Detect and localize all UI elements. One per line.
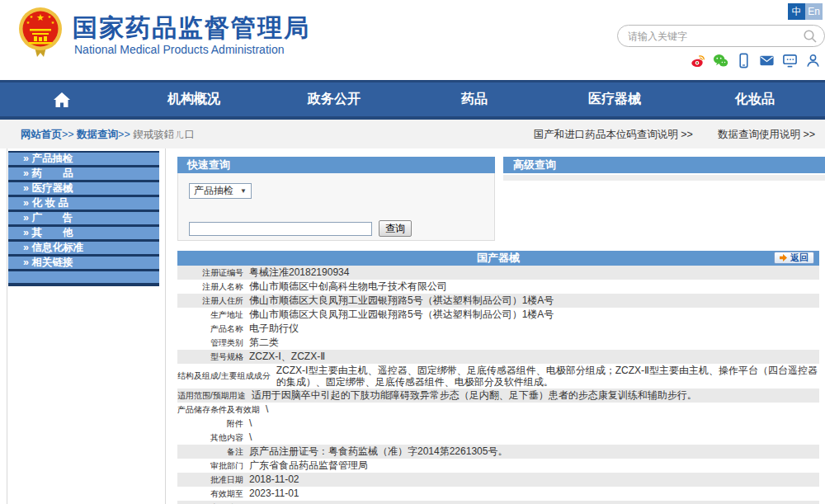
breadcrumb-current: 鍥戒骇鍣ㄦ口: [133, 129, 195, 140]
weibo-icon[interactable]: [690, 53, 705, 68]
detail-table-title: 国产器械: [477, 251, 520, 266]
table-row: 附件\: [177, 417, 819, 431]
table-row: 管理类别第二类: [177, 336, 819, 350]
main-nav: 机构概况 政务公开 药品 医疗器械 化妆品: [0, 80, 825, 120]
table-row: 产品名称电子助行仪: [177, 322, 819, 336]
table-row: 其他内容\: [177, 431, 819, 445]
nav-item-drugs[interactable]: 药品: [404, 91, 544, 108]
search-icon[interactable]: [803, 29, 818, 44]
quick-query-title: 快速查询: [177, 157, 495, 173]
sidebar-item-other[interactable]: » 其 他: [8, 227, 159, 242]
home-icon: [54, 92, 70, 107]
table-row: 适用范围/预期用途适用于因脑卒中引起的下肢功能障碍致异常步态（足内翻、足下垂）患…: [177, 389, 819, 403]
site-title: 国家药品监督管理局: [73, 12, 310, 45]
breadcrumb-separator: >>: [62, 129, 74, 140]
data-query-help-link[interactable]: 数据查询使用说明 >>: [718, 128, 815, 142]
table-row: 有效期至2023-11-01: [177, 487, 819, 501]
nav-item-gov-affairs[interactable]: 政务公开: [264, 91, 404, 108]
svg-text:★: ★: [26, 20, 31, 25]
barcode-query-help-link[interactable]: 国产和进口药品本位码查询说明 >>: [534, 128, 693, 142]
nav-item-institution[interactable]: 机构概况: [124, 91, 264, 108]
sidebar-item-cosmetics[interactable]: » 化 妆 品: [8, 197, 159, 212]
table-row: 注册人住所佛山市顺德区大良凤翔工业园银翔路5号（祺达塑料制品公司）1楼A号: [177, 294, 819, 308]
svg-text:★: ★: [36, 12, 45, 22]
table-row: 变更情况: [177, 501, 819, 504]
user-icon[interactable]: [805, 53, 821, 68]
arrow-right-icon: [780, 254, 787, 261]
social-links: [690, 53, 821, 68]
chevron-down-icon: ▼: [240, 187, 247, 195]
nav-home[interactable]: [0, 92, 124, 107]
lang-en-button[interactable]: En: [805, 3, 823, 20]
breadcrumb: 网站首页>> 数据查询>> 鍥戒骇鍣ㄦ口: [21, 128, 195, 142]
content-area: » 产品抽检 » 药 品 » 医疗器械 » 化 妆 品 » 广 告 » 其 他 …: [0, 148, 825, 504]
advanced-query-strip: [503, 175, 825, 181]
quick-query-body: 产品抽检 ▼ 查询: [177, 173, 495, 241]
quick-query-search-button[interactable]: 查询: [379, 220, 412, 237]
breadcrumb-separator: >>: [118, 129, 130, 140]
advanced-query-title: 高级查询: [503, 157, 825, 173]
mail-icon[interactable]: [759, 53, 775, 68]
sidebar-item-medical-devices[interactable]: » 医疗器械: [8, 182, 159, 197]
message-icon[interactable]: [782, 53, 798, 68]
sidebar-item-drugs[interactable]: » 药 品: [8, 167, 159, 182]
national-emblem-icon: ★ ★ ★ ★ ★: [18, 6, 63, 59]
quick-query-category-value: 产品抽检: [194, 184, 233, 198]
sidebar-item-product-sampling[interactable]: » 产品抽检: [8, 153, 159, 167]
language-toggle: 中 En: [788, 3, 823, 20]
breadcrumb-home-link[interactable]: 网站首页: [21, 129, 62, 140]
site-header: ★ ★ ★ ★ ★ 国家药品监督管理局 National Medical Pro…: [0, 0, 825, 80]
breadcrumb-data-query-link[interactable]: 数据查询: [77, 129, 118, 140]
svg-text:★: ★: [51, 20, 55, 25]
table-row: 注册人名称佛山市顺德区中创高科生物电子技术有限公司: [177, 280, 819, 294]
device-detail-table: 国产器械 返回 注册证编号粤械注准20182190934 注册人名称佛山市顺德区…: [177, 251, 819, 504]
table-row: 生产地址佛山市顺德区大良凤翔工业园银翔路5号（祺达塑料制品公司）1楼A号: [177, 308, 819, 322]
breadcrumb-help-links: 国产和进口药品本位码查询说明 >> 数据查询使用说明 >>: [534, 128, 815, 142]
left-border-line: [7, 148, 7, 504]
mobile-icon[interactable]: [736, 53, 752, 68]
detail-table-header: 国产器械 返回: [177, 251, 819, 266]
nav-item-medical-devices[interactable]: 医疗器械: [544, 91, 685, 108]
breadcrumb-bar: 网站首页>> 数据查询>> 鍥戒骇鍣ㄦ口 国产和进口药品本位码查询说明 >> 数…: [0, 120, 825, 148]
table-row: 注册证编号粤械注准20182190934: [177, 266, 819, 280]
quick-query-panel: 快速查询 产品抽检 ▼ 查询: [177, 157, 495, 241]
table-row: 审批部门广东省食品药品监督管理局: [177, 459, 819, 473]
sidebar-item-info-standards[interactable]: » 信息化标准: [8, 242, 159, 257]
sidebar-item-related-links[interactable]: » 相关链接: [8, 257, 159, 271]
svg-text:★: ★: [30, 14, 34, 19]
back-button-label: 返回: [790, 252, 808, 264]
nmpa-data-query-page: { "header": { "title_zh": "国家药品监督管理局", "…: [0, 0, 825, 504]
site-search-input[interactable]: [628, 31, 803, 42]
advanced-query-panel: 高级查询: [503, 157, 825, 181]
sidebar-item-advertising[interactable]: » 广 告: [8, 212, 159, 227]
table-row: 批准日期2018-11-02: [177, 473, 819, 487]
table-row: 型号规格ZCZX-Ⅰ、ZCZX-Ⅱ: [177, 350, 819, 364]
back-button[interactable]: 返回: [774, 252, 814, 264]
svg-text:★: ★: [48, 14, 52, 19]
table-row: 结构及组成/主要组成成分ZCZX-Ⅰ型主要由主机、遥控器、固定绑带、足底传感器组…: [177, 364, 819, 389]
quick-query-category-select[interactable]: 产品抽检 ▼: [189, 183, 252, 199]
nav-item-cosmetics[interactable]: 化妆品: [685, 91, 825, 108]
site-subtitle: National Medical Products Administration: [74, 43, 284, 56]
lang-zh-button[interactable]: 中: [788, 3, 805, 20]
table-row: 备注原产品注册证号：粤食药监械（准）字2014第2261305号。: [177, 445, 819, 459]
quick-query-input[interactable]: [189, 222, 372, 236]
site-search-box: [617, 25, 825, 47]
category-sidebar: » 产品抽检 » 药 品 » 医疗器械 » 化 妆 品 » 广 告 » 其 他 …: [8, 151, 159, 286]
site-logo[interactable]: ★ ★ ★ ★ ★: [18, 6, 63, 59]
wechat-icon[interactable]: [713, 53, 728, 68]
table-row: 产品储存条件及有效期\: [177, 403, 819, 417]
sidebar-item-empty: [8, 271, 159, 286]
sidebar-divider-line: [165, 148, 166, 504]
